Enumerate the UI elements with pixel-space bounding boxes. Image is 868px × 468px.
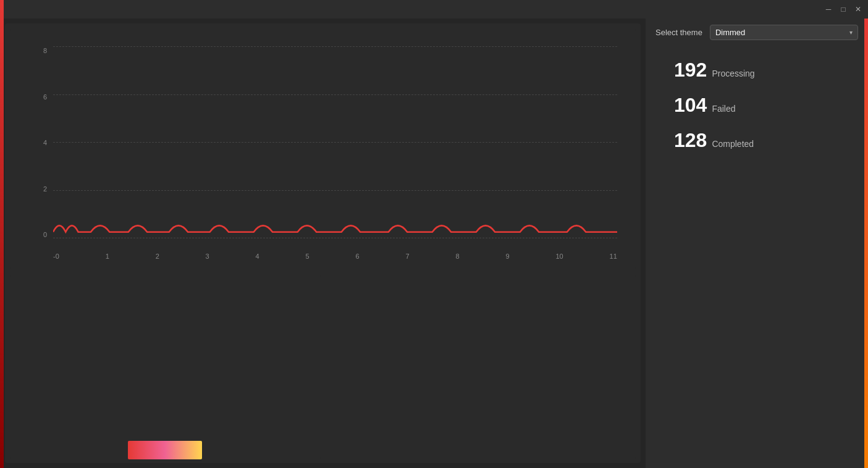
main-panel: 0 2 4 6 8 (5, 23, 641, 463)
main-window: ─ □ ✕ 0 2 4 6 8 (0, 0, 868, 468)
bottom-panel-image (128, 441, 202, 459)
x-label-0: -0 (53, 253, 59, 260)
y-label-2: 2 (35, 185, 47, 193)
stat-label-failed: Failed (712, 104, 735, 114)
x-label-3: 3 (206, 253, 209, 260)
x-label-11: 11 (610, 253, 617, 260)
stat-number-completed: 128 (674, 129, 707, 152)
theme-dropdown[interactable]: Dimmed ▾ (710, 25, 858, 40)
y-label-8: 8 (35, 47, 47, 54)
content-area: 0 2 4 6 8 (0, 19, 868, 468)
y-label-0: 0 (35, 231, 47, 238)
stat-row-completed: 128 Completed (674, 129, 858, 152)
left-accent-bar (0, 19, 4, 468)
x-axis-labels: -0 1 2 3 4 5 6 7 8 9 10 11 (53, 253, 617, 260)
stat-row-failed: 104 Failed (674, 94, 858, 117)
bottom-panel-right (326, 274, 636, 459)
x-label-2: 2 (156, 253, 159, 260)
x-label-9: 9 (506, 253, 510, 260)
x-label-1: 1 (106, 253, 109, 260)
stat-label-completed: Completed (712, 139, 754, 149)
right-accent-bar (864, 19, 868, 468)
theme-dropdown-value: Dimmed (715, 28, 745, 37)
x-label-5: 5 (306, 253, 310, 260)
stat-number-processing: 192 (674, 59, 707, 81)
x-label-7: 7 (406, 253, 410, 260)
chart-container: 0 2 4 6 8 (10, 28, 636, 269)
y-label-4: 4 (35, 139, 47, 146)
theme-selector-row: Select theme Dimmed ▾ (655, 25, 858, 40)
x-label-4: 4 (256, 253, 259, 260)
title-bar: ─ □ ✕ (0, 0, 868, 19)
chart-svg (53, 47, 617, 238)
x-label-10: 10 (556, 253, 563, 260)
stat-row-processing: 192 Processing (674, 59, 858, 81)
chart-inner (53, 47, 617, 238)
y-label-6: 6 (35, 93, 47, 101)
y-axis: 0 2 4 6 8 (35, 47, 47, 238)
right-sidebar: Select theme Dimmed ▾ 192 Processing 104… (646, 19, 868, 468)
bottom-panels (10, 274, 636, 459)
chart-area: 0 2 4 6 8 (22, 41, 623, 263)
x-label-8: 8 (456, 253, 460, 260)
minimize-button[interactable]: ─ (824, 4, 833, 14)
stats-container: 192 Processing 104 Failed 128 Completed (655, 59, 858, 152)
x-label-6: 6 (356, 253, 360, 260)
stat-number-failed: 104 (674, 94, 707, 117)
theme-label: Select theme (655, 28, 702, 37)
bottom-panel-left (10, 274, 321, 459)
close-button[interactable]: ✕ (853, 4, 863, 14)
stat-label-processing: Processing (712, 69, 754, 78)
maximize-button[interactable]: □ (838, 4, 848, 14)
chevron-down-icon: ▾ (849, 29, 853, 36)
